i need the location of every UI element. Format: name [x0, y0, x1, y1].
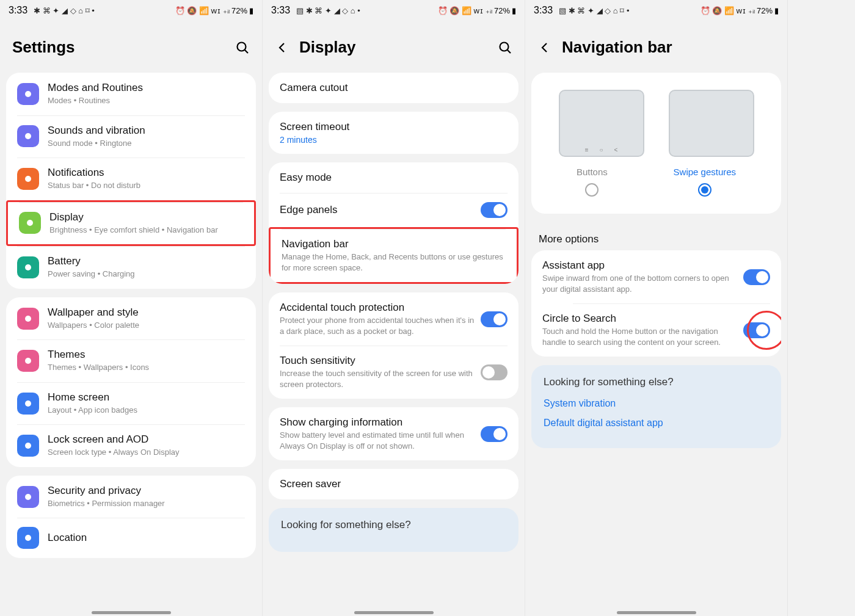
row-sub: Show battery level and estimated time un… — [280, 430, 475, 451]
row-title: Display — [49, 211, 243, 223]
toggle-switch[interactable] — [481, 426, 508, 442]
status-left-icons: ▧ ✱ ⌘ ✦ ◢ ◇ ⌂ • — [296, 6, 360, 15]
row-title: Accidental touch protection — [280, 302, 475, 314]
toggle-switch[interactable] — [743, 322, 770, 338]
svg-point-13 — [500, 42, 509, 51]
status-left-icons: ▧ ✱ ⌘ ✦ ◢ ◇ ⌂ ⌑ • — [559, 6, 629, 15]
settings-header: Settings — [0, 21, 262, 73]
row-title: Modes and Routines — [48, 82, 245, 94]
gesture-handle[interactable] — [617, 611, 696, 614]
nav-type-card: ≡○< Buttons Swipe gestures — [531, 73, 781, 214]
status-time: 3:33 — [271, 5, 290, 16]
row-title: Lock screen and AOD — [48, 433, 245, 446]
display-row-navigation-bar[interactable]: Navigation barManage the Home, Back, and… — [269, 227, 518, 284]
display-row-screen-timeout[interactable]: Screen timeout2 minutes — [269, 112, 518, 154]
nav-preview-buttons[interactable]: ≡○< — [559, 90, 644, 157]
page-title: Settings — [12, 38, 75, 57]
toggle-switch[interactable] — [481, 364, 508, 380]
back-icon[interactable] — [275, 40, 289, 55]
settings-row-home-screen[interactable]: Home screenLayout • App icon badges — [6, 382, 256, 425]
svg-point-3 — [25, 133, 31, 139]
row-title: Location — [48, 532, 245, 544]
toggle-switch[interactable] — [481, 311, 508, 327]
navbar-row-circle-to-search[interactable]: Circle to SearchTouch and hold the Home … — [531, 303, 781, 357]
search-icon[interactable] — [498, 40, 512, 55]
row-title: Screen timeout — [280, 121, 508, 133]
gesture-handle[interactable] — [354, 611, 434, 614]
gesture-handle[interactable] — [92, 611, 171, 614]
row-title: Assistant app — [542, 259, 737, 272]
radio-unselected-icon[interactable] — [585, 183, 598, 197]
row-title: Sounds and vibration — [48, 125, 245, 137]
more-options-heading: More options — [525, 222, 787, 250]
toggle-switch[interactable] — [481, 202, 508, 218]
display-group: Accidental touch protectionProtect your … — [269, 292, 518, 399]
display-screen: 3:33 ▧ ✱ ⌘ ✦ ◢ ◇ ⌂ • ⏰ 🔕 📶 ᴡɪ ₊ᵢₗ 72% ▮ … — [263, 0, 525, 616]
svg-point-7 — [25, 316, 31, 322]
status-right-icons: ⏰ 🔕 📶 ᴡɪ ₊ᵢₗ — [700, 6, 755, 15]
looking-card: Looking for something else? System vibra… — [531, 365, 781, 448]
link-system-vibration[interactable]: System vibration — [544, 398, 769, 409]
wallpaper-icon — [17, 308, 39, 330]
row-sub: Themes • Wallpapers • Icons — [48, 362, 245, 373]
nav-option-buttons[interactable]: Buttons — [577, 167, 608, 197]
row-sub: Biometrics • Permission manager — [48, 498, 245, 509]
display-icon — [19, 212, 41, 234]
status-bar: 3:33 ▧ ✱ ⌘ ✦ ◢ ◇ ⌂ ⌑ • ⏰ 🔕 📶 ᴡɪ ₊ᵢₗ 72% … — [525, 0, 787, 21]
svg-point-0 — [238, 42, 246, 51]
row-sub: Power saving • Charging — [48, 269, 245, 280]
svg-point-10 — [25, 443, 31, 449]
row-title: Screen saver — [280, 478, 508, 490]
radio-selected-icon[interactable] — [698, 183, 711, 197]
status-right-icons: ⏰ 🔕 📶 ᴡɪ ₊ᵢₗ — [438, 6, 492, 15]
sound-icon — [17, 125, 39, 147]
settings-row-battery[interactable]: BatteryPower saving • Charging — [6, 246, 256, 289]
row-sub: Protect your phone from accidental touch… — [280, 315, 475, 336]
status-battery: 72% — [757, 6, 773, 15]
svg-point-4 — [25, 176, 31, 182]
back-icon[interactable] — [537, 40, 552, 55]
battery-icon: ▮ — [249, 6, 253, 15]
row-title: Navigation bar — [282, 238, 506, 250]
display-row-camera-cutout[interactable]: Camera cutout — [269, 73, 518, 103]
navbar-header: Navigation bar — [525, 21, 787, 73]
settings-row-wallpaper-and-style[interactable]: Wallpaper and styleWallpapers • Color pa… — [6, 297, 256, 340]
row-sub: Modes • Routines — [48, 95, 245, 106]
settings-row-display[interactable]: DisplayBrightness • Eye comfort shield •… — [6, 200, 256, 247]
row-title: Wallpaper and style — [48, 306, 245, 319]
status-bar: 3:33 ✱ ⌘ ✦ ◢ ◇ ⌂ ⌑ • ⏰ 🔕 📶 ᴡɪ ₊ᵢₗ 72% ▮ — [0, 0, 262, 21]
row-title: Edge panels — [280, 204, 475, 216]
row-value: 2 minutes — [280, 135, 508, 145]
settings-row-sounds-and-vibration[interactable]: Sounds and vibrationSound mode • Rington… — [6, 115, 256, 158]
settings-row-lock-screen-and-aod[interactable]: Lock screen and AODScreen lock type • Al… — [6, 424, 256, 467]
home-icon — [17, 393, 39, 415]
display-group: Show charging informationShow battery le… — [269, 407, 518, 460]
display-row-edge-panels[interactable]: Edge panels — [269, 193, 518, 227]
search-icon[interactable] — [235, 40, 250, 55]
display-row-screen-saver[interactable]: Screen saver — [269, 469, 518, 499]
row-sub: Touch and hold the Home button or the na… — [542, 326, 737, 347]
row-title: Notifications — [48, 167, 245, 179]
settings-row-security-and-privacy[interactable]: Security and privacyBiometrics • Permiss… — [6, 476, 256, 518]
row-sub: Layout • App icon badges — [48, 405, 245, 416]
link-default-assistant[interactable]: Default digital assistant app — [544, 418, 769, 429]
nav-preview-gestures[interactable] — [669, 90, 754, 157]
settings-group: Modes and RoutinesModes • RoutinesSounds… — [6, 73, 256, 289]
row-sub: Sound mode • Ringtone — [48, 138, 245, 149]
settings-group: Wallpaper and styleWallpapers • Color pa… — [6, 297, 256, 467]
settings-row-modes-and-routines[interactable]: Modes and RoutinesModes • Routines — [6, 73, 256, 115]
display-row-touch-sensitivity[interactable]: Touch sensitivityIncrease the touch sens… — [269, 346, 518, 399]
settings-row-themes[interactable]: ThemesThemes • Wallpapers • Icons — [6, 339, 256, 382]
display-row-show-charging-information[interactable]: Show charging informationShow battery le… — [269, 407, 518, 460]
display-group: Easy modeEdge panelsNavigation barManage… — [269, 162, 518, 284]
toggle-switch[interactable] — [743, 269, 770, 285]
page-title: Display — [299, 38, 356, 57]
settings-row-notifications[interactable]: NotificationsStatus bar • Do not disturb — [6, 158, 256, 200]
nav-option-swipe[interactable]: Swipe gestures — [674, 167, 737, 197]
location-icon — [17, 527, 39, 549]
settings-row-location[interactable]: Location — [6, 518, 256, 558]
display-row-accidental-touch-protection[interactable]: Accidental touch protectionProtect your … — [269, 292, 518, 346]
navbar-row-assistant-app[interactable]: Assistant appSwipe inward from one of th… — [531, 250, 781, 303]
svg-point-5 — [27, 220, 33, 226]
display-row-easy-mode[interactable]: Easy mode — [269, 162, 518, 193]
